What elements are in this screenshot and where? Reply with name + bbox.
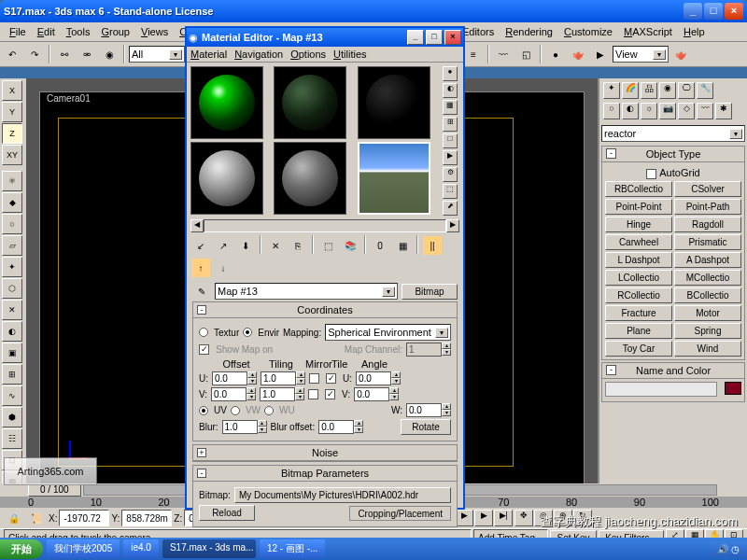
quick-render-button[interactable]: ▶ bbox=[590, 44, 611, 64]
minimize-button[interactable]: _ bbox=[407, 30, 424, 45]
v-angle-spinner[interactable]: ▴▾ bbox=[354, 387, 399, 401]
go-forward-icon[interactable]: ↓ bbox=[213, 258, 233, 278]
minimize-button[interactable]: _ bbox=[684, 3, 702, 20]
object-name-field[interactable] bbox=[605, 382, 717, 397]
lock-icon[interactable]: 🔒 bbox=[4, 508, 24, 528]
taskbar-task[interactable]: S17.max - 3ds ma... bbox=[162, 539, 256, 558]
taskbar-task[interactable]: 我们学校2005 bbox=[47, 539, 120, 558]
create-toy-car[interactable]: Toy Car bbox=[605, 341, 672, 357]
shapes-icon[interactable]: ◐ bbox=[622, 103, 639, 119]
motion-tab-icon[interactable]: ◉ bbox=[659, 82, 676, 99]
v-offset-spinner[interactable]: ▴▾ bbox=[211, 387, 256, 401]
link-button[interactable]: ⚯ bbox=[54, 44, 75, 64]
bind-button[interactable]: ◉ bbox=[99, 44, 120, 64]
systems-icon[interactable]: ✱ bbox=[715, 103, 732, 119]
autogrid-checkbox[interactable] bbox=[646, 169, 656, 179]
tool-icon[interactable]: ⬢ bbox=[2, 407, 22, 427]
tool-icon[interactable]: ▣ bbox=[2, 343, 22, 363]
y-coord-field[interactable]: 858.728m bbox=[121, 510, 172, 526]
curve-editor-button[interactable]: 〰 bbox=[493, 44, 514, 64]
category-combo[interactable]: reactor▾ bbox=[601, 125, 745, 142]
tool-icon[interactable]: ○ bbox=[2, 214, 22, 234]
menu-edit[interactable]: Edit bbox=[32, 24, 61, 39]
spacewarps-icon[interactable]: 〰 bbox=[697, 103, 713, 119]
show-end-result-icon[interactable]: || bbox=[422, 235, 443, 256]
tool-icon[interactable]: ⬡ bbox=[2, 278, 22, 299]
goto-end-icon[interactable]: ▶| bbox=[494, 510, 513, 526]
tool-icon[interactable]: ∿ bbox=[2, 385, 22, 406]
sample-slot[interactable] bbox=[190, 66, 263, 139]
axis-x-button[interactable]: X bbox=[2, 80, 22, 101]
create-rbcollectio[interactable]: RBCollectio bbox=[605, 181, 672, 197]
reset-icon[interactable]: ✕ bbox=[265, 235, 286, 256]
menu-views[interactable]: Views bbox=[135, 24, 174, 39]
vw-radio[interactable] bbox=[231, 406, 240, 415]
maximize-button[interactable]: □ bbox=[704, 3, 723, 20]
make-unique-icon[interactable]: ⬚ bbox=[317, 235, 338, 256]
go-parent-icon[interactable]: ↑ bbox=[190, 258, 211, 278]
menu-material[interactable]: Material bbox=[190, 49, 227, 60]
close-button[interactable]: × bbox=[444, 30, 461, 45]
sample-slot-selected[interactable] bbox=[358, 142, 430, 215]
axis-xy-button[interactable]: XY bbox=[2, 145, 22, 165]
wu-radio[interactable] bbox=[264, 406, 274, 415]
sample-slot[interactable] bbox=[274, 142, 346, 215]
create-motor[interactable]: Motor bbox=[674, 305, 741, 321]
rotate-button[interactable]: Rotate bbox=[401, 419, 451, 435]
collapse-icon[interactable]: - bbox=[197, 469, 206, 478]
menu-rendering[interactable]: Rendering bbox=[500, 24, 558, 39]
scroll-right-icon[interactable]: ▶ bbox=[446, 219, 459, 232]
create-carwheel[interactable]: Carwheel bbox=[605, 234, 672, 250]
collapse-icon[interactable]: - bbox=[606, 365, 616, 375]
menu-file[interactable]: File bbox=[4, 24, 32, 39]
create-mcollectio[interactable]: MCollectio bbox=[674, 270, 741, 286]
put-to-lib-icon[interactable]: 📚 bbox=[340, 235, 360, 256]
tool-icon[interactable]: ✕ bbox=[2, 300, 22, 320]
create-tab-icon[interactable]: ✦ bbox=[603, 82, 620, 99]
color-swatch[interactable] bbox=[725, 382, 741, 395]
menu-navigation[interactable]: Navigation bbox=[234, 49, 283, 60]
taskbar-task[interactable]: ie4.0 bbox=[123, 539, 159, 558]
undo-button[interactable]: ↶ bbox=[2, 44, 22, 64]
w-angle-spinner[interactable]: ▴▾ bbox=[406, 403, 451, 417]
sample-type-icon[interactable]: ● bbox=[443, 66, 458, 81]
v-mirror-checkbox[interactable] bbox=[308, 389, 318, 399]
show-map-checkbox[interactable]: ✓ bbox=[199, 344, 209, 355]
system-tray[interactable]: 🔊 ◷ bbox=[710, 541, 747, 557]
menu-help[interactable]: Help bbox=[678, 24, 711, 39]
map-type-button[interactable]: Bitmap bbox=[402, 284, 458, 300]
redo-button[interactable]: ↷ bbox=[24, 44, 45, 64]
u-offset-spinner[interactable]: ▴▾ bbox=[212, 371, 257, 385]
background-icon[interactable]: ▦ bbox=[443, 100, 458, 115]
start-button[interactable]: 开始 bbox=[0, 539, 43, 559]
create-prismatic[interactable]: Prismatic bbox=[674, 234, 741, 250]
nav-icon[interactable]: ✥ bbox=[514, 510, 533, 526]
script-icon[interactable]: 📜 bbox=[26, 508, 47, 528]
select-by-mat-icon[interactable]: ⬚ bbox=[443, 184, 458, 199]
menu-customize[interactable]: Customize bbox=[558, 24, 618, 39]
map-name-field[interactable]: Map #13▾ bbox=[215, 283, 398, 300]
u-tile-checkbox[interactable]: ✓ bbox=[326, 373, 336, 384]
preview-icon[interactable]: ▶ bbox=[443, 150, 458, 165]
view-combo[interactable]: View▾ bbox=[613, 46, 669, 63]
get-material-icon[interactable]: ↙ bbox=[190, 235, 211, 256]
mapping-combo[interactable]: Spherical Environment▾ bbox=[325, 324, 451, 341]
create-a-dashpot[interactable]: A Dashpot bbox=[674, 252, 741, 268]
expand-icon[interactable]: + bbox=[197, 448, 206, 457]
texture-radio[interactable] bbox=[199, 328, 208, 337]
create-plane[interactable]: Plane bbox=[605, 323, 672, 339]
align-button[interactable]: ≡ bbox=[463, 44, 484, 64]
menu-utilities[interactable]: Utilities bbox=[333, 49, 366, 60]
uv-tile-icon[interactable]: ⊞ bbox=[443, 117, 458, 132]
schematic-button[interactable]: ◱ bbox=[515, 44, 536, 64]
axis-z-button[interactable]: Z bbox=[2, 123, 22, 144]
create-csolver[interactable]: CSolver bbox=[674, 181, 741, 197]
blur-spinner[interactable]: ▴▾ bbox=[222, 420, 267, 434]
tool-icon[interactable]: ◐ bbox=[2, 321, 22, 342]
create-lcollectio[interactable]: LCollectio bbox=[605, 270, 672, 286]
tool-icon[interactable]: ☷ bbox=[2, 428, 22, 449]
sample-slot[interactable] bbox=[358, 66, 430, 139]
menu-maxscript[interactable]: MAXScript bbox=[618, 24, 678, 39]
backlight-icon[interactable]: ◐ bbox=[443, 83, 458, 98]
create-point-path[interactable]: Point-Path bbox=[674, 199, 741, 215]
